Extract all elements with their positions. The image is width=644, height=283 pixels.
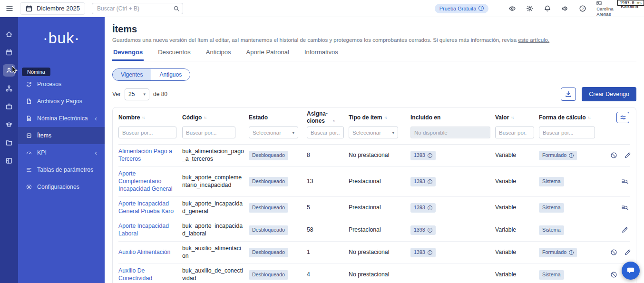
ban-icon[interactable]	[610, 249, 617, 256]
gauge-icon	[26, 149, 32, 156]
settings-gear-icon[interactable]	[526, 5, 534, 12]
briefcase-icon[interactable]	[3, 100, 15, 113]
detail-view-icon[interactable]	[621, 204, 628, 211]
announcements-icon[interactable]	[561, 5, 569, 12]
info-icon[interactable]: i	[428, 153, 432, 158]
tab-informativos[interactable]: Informativos	[303, 49, 339, 61]
schedule-icon[interactable]	[3, 46, 15, 59]
trial-badge[interactable]: Prueba Gratuita i	[435, 4, 489, 13]
folder-icon[interactable]	[3, 137, 15, 149]
col-header-asignaciones[interactable]: Asigna-ciones↑↓	[307, 110, 349, 125]
sidebar-item-label: Procesos	[37, 81, 61, 88]
filter-estado-select[interactable]: Seleccionar▾	[249, 127, 298, 138]
sidebar-item-items[interactable]: Ítems	[18, 127, 105, 144]
forma-calculo-badge: Formuladoi	[539, 151, 577, 160]
col-header-nombre[interactable]: Nombre↑↓	[118, 114, 182, 121]
info-icon[interactable]: i	[428, 205, 432, 210]
ban-icon[interactable]	[610, 271, 617, 278]
per-page-select[interactable]: 25 ▾	[125, 88, 149, 100]
segment-vigentes[interactable]: Vigentes	[113, 69, 151, 80]
item-name-link[interactable]: Alimentación Pago a Terceros	[118, 148, 172, 162]
table-settings-button[interactable]	[616, 112, 629, 123]
svg-text:?: ?	[582, 6, 584, 10]
global-search	[92, 3, 183, 14]
user-avatar[interactable]: CarolinaArenas	[596, 1, 616, 16]
info-icon[interactable]: i	[569, 153, 574, 158]
edit-icon[interactable]	[624, 249, 631, 256]
filter-nombre-input[interactable]	[118, 127, 176, 138]
chevron-left-icon[interactable]: ‹	[95, 149, 97, 156]
incluido-en-badge: 1393i	[410, 203, 436, 213]
hamburger-menu-icon[interactable]	[6, 5, 13, 12]
item-code: buk_alimentacion_pago_a_terceros	[182, 145, 249, 166]
notifications-bell-icon[interactable]	[544, 5, 551, 12]
col-header-incluido-en[interactable]: Incluido en	[410, 114, 495, 121]
chevron-down-icon: ▾	[292, 130, 294, 135]
tab-descuentos[interactable]: Descuentos	[157, 49, 192, 61]
table-row: Aporte Incapacidad General Prueba Karobu…	[118, 197, 630, 219]
col-header-valor[interactable]: Valor↑↓	[495, 114, 539, 121]
sidebar-item-archivos-y-pagos[interactable]: Archivos y Pagos	[18, 93, 105, 110]
search-input[interactable]	[92, 3, 183, 14]
filter-codigo-input[interactable]	[182, 127, 235, 138]
board-icon[interactable]	[3, 155, 15, 167]
forma-calculo-badge: Sistema	[539, 270, 564, 280]
sidebar-item-label: Tablas de parámetros	[37, 166, 93, 173]
tab-aporte-patronal[interactable]: Aporte Patronal	[245, 49, 290, 61]
info-icon[interactable]: i	[428, 228, 432, 233]
item-code: buk_aporte_incapacidad_laboral	[182, 219, 249, 241]
org-structure-icon[interactable]	[3, 82, 15, 95]
asignaciones-value: 4	[307, 268, 349, 282]
edit-icon[interactable]	[621, 226, 628, 234]
col-header-estado[interactable]: Estado	[249, 114, 307, 121]
item-name-link[interactable]: Aporte Incapacidad General Prueba Karo	[118, 200, 174, 215]
asignaciones-value: 5	[307, 201, 349, 215]
item-name-link[interactable]: Aporte Incapacidad Laboral	[118, 223, 169, 237]
eye-icon[interactable]	[508, 5, 516, 12]
chevron-left-icon[interactable]: ‹	[95, 115, 97, 122]
item-name-link[interactable]: Auxilio Alimentación	[118, 249, 170, 255]
filter-valor-input[interactable]	[495, 127, 534, 138]
help-icon[interactable]: ?	[579, 5, 586, 12]
sidebar-item-nomina-electronica[interactable]: Nómina Electrónica ‹	[18, 110, 105, 127]
filter-forma-input[interactable]	[539, 127, 595, 138]
item-name-link[interactable]: Auxilio De Conectividad	[118, 267, 152, 282]
edit-icon[interactable]	[624, 152, 631, 159]
valor-value: Variable	[495, 268, 539, 282]
col-header-forma-calculo[interactable]: Forma de cálculo↑↓	[539, 114, 610, 121]
tab-anticipos[interactable]: Anticipos	[205, 49, 232, 61]
sort-icon: ↑↓	[384, 116, 386, 120]
nomina-tooltip: Nómina	[22, 68, 50, 76]
segment-antiguos[interactable]: Antiguos	[151, 69, 190, 80]
tab-devengos[interactable]: Devengos	[112, 49, 144, 61]
info-icon[interactable]: i	[428, 250, 432, 255]
sidebar-item-label: Configuraciones	[37, 184, 79, 190]
col-header-tipo-item[interactable]: Tipo de ítem↑↓	[349, 114, 410, 121]
period-selector[interactable]: Diciembre 2025	[20, 2, 85, 15]
sidebar-item-procesos[interactable]: Procesos	[18, 76, 105, 93]
filter-tipo-select[interactable]: Seleccionar▾	[349, 127, 398, 138]
sidebar-item-configuraciones[interactable]: Configuraciones	[18, 178, 105, 195]
col-header-codigo[interactable]: Código↑↓	[182, 114, 249, 121]
item-code: buk_aporte_complementario_incapacidad	[182, 171, 249, 193]
sidebar-item-kpi[interactable]: KPI ‹	[18, 144, 105, 161]
buk-logo: ·buk·	[18, 29, 105, 47]
education-icon[interactable]	[3, 118, 15, 131]
tipo-item-value: No prestacional	[349, 268, 410, 282]
icon-rail	[0, 17, 18, 283]
info-icon[interactable]: i	[569, 250, 574, 255]
ban-icon[interactable]	[610, 152, 617, 159]
filter-asignaciones-input[interactable]	[307, 127, 344, 138]
article-link[interactable]: este artículo.	[518, 37, 549, 43]
item-name-link[interactable]: Aporte Complementario Incapacidad Genera…	[118, 170, 172, 192]
chat-widget-button[interactable]	[622, 262, 640, 280]
home-icon[interactable]	[3, 28, 15, 40]
detail-view-icon[interactable]	[621, 178, 628, 185]
chevron-down-icon: ▾	[392, 130, 394, 135]
download-button[interactable]	[561, 88, 576, 101]
table-header-row: Nombre↑↓ Código↑↓ Estado Asigna-ciones↑↓…	[118, 107, 630, 125]
search-icon[interactable]	[173, 5, 180, 12]
sidebar-item-tablas-de-parametros[interactable]: Tablas de parámetros	[18, 161, 105, 178]
info-icon[interactable]: i	[428, 179, 432, 184]
create-devengo-button[interactable]: Crear Devengo	[582, 87, 636, 101]
